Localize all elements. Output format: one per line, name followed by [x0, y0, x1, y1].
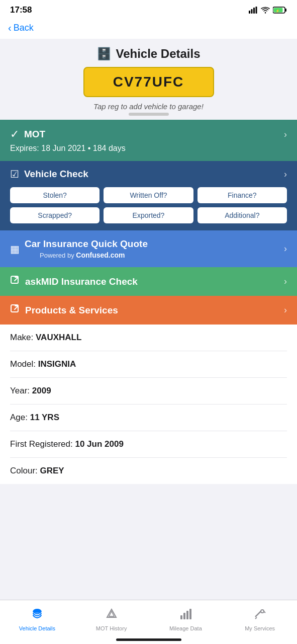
- svg-rect-6: [285, 9, 287, 12]
- detail-row-year: Year: 2009: [10, 378, 287, 405]
- signal-icon: [249, 7, 258, 14]
- detail-row-age: Age: 11 YRS: [10, 405, 287, 431]
- insurance-title: Car Insurance Quick Quote: [25, 238, 148, 250]
- year-label: Year:: [10, 386, 32, 396]
- vehicle-check-section[interactable]: ☑ Vehicle Check › Stolen? Written Off? F…: [0, 161, 297, 230]
- svg-rect-3: [256, 7, 257, 14]
- status-time: 17:58: [10, 5, 32, 15]
- askmid-section[interactable]: askMID Insurance Check ›: [0, 267, 297, 296]
- detail-row-model: Model: INSIGNIA: [10, 351, 287, 378]
- tab-my-services-icon: [253, 607, 266, 623]
- make-label: Make:: [10, 333, 36, 343]
- svg-rect-15: [189, 609, 191, 619]
- svg-line-19: [255, 617, 257, 619]
- tab-mileage-data[interactable]: Mileage Data: [149, 600, 223, 634]
- svg-rect-1: [251, 9, 253, 14]
- mot-expires: Expires: 18 Jun 2021 • 184 days: [10, 144, 287, 153]
- svg-rect-13: [183, 613, 185, 619]
- svg-rect-12: [180, 615, 182, 619]
- tab-mileage-data-label: Mileage Data: [169, 625, 202, 631]
- svg-rect-0: [249, 11, 250, 14]
- askmid-icon: [10, 275, 20, 288]
- svg-text:⚡: ⚡: [275, 9, 280, 13]
- insurance-section[interactable]: ▦ Car Insurance Quick Quote Powered by C…: [0, 230, 297, 267]
- products-section[interactable]: Products & Services ›: [0, 296, 297, 325]
- finance-button[interactable]: Finance?: [197, 187, 287, 203]
- model-value: INSIGNIA: [38, 359, 76, 369]
- tab-vehicle-details-label: Vehicle Details: [19, 625, 55, 631]
- svg-point-16: [261, 610, 264, 613]
- page-title-text: Vehicle Details: [116, 47, 200, 61]
- tab-my-services-label: My Services: [245, 625, 275, 631]
- age-label: Age:: [10, 413, 30, 423]
- first-registered-label: First Registered:: [10, 439, 75, 449]
- wifi-icon: [261, 7, 270, 14]
- tab-mot-history-label: MOT History: [96, 625, 127, 631]
- vehicle-details-section: Make: VAUXHALL Model: INSIGNIA Year: 200…: [0, 325, 297, 484]
- main-content: 17:58 ⚡ ‹: [0, 0, 297, 528]
- colour-value: GREY: [40, 466, 64, 476]
- home-indicator: [116, 638, 181, 641]
- askmid-chevron-icon: ›: [284, 276, 287, 287]
- make-value: VAUXHALL: [36, 333, 81, 343]
- battery-icon: ⚡: [273, 7, 287, 14]
- svg-point-4: [265, 12, 266, 13]
- colour-label: Colour:: [10, 466, 40, 476]
- reg-hint: Tap reg to add vehicle to garage!: [8, 102, 289, 111]
- insurance-icon: ▦: [10, 243, 20, 255]
- stolen-button[interactable]: Stolen?: [10, 187, 100, 203]
- mot-check-icon: ✓: [10, 128, 19, 141]
- products-chevron-icon: ›: [284, 305, 287, 315]
- svg-line-18: [255, 611, 261, 617]
- first-registered-value: 10 Jun 2009: [75, 439, 123, 449]
- back-label: Back: [14, 23, 34, 33]
- insurance-chevron-icon: ›: [284, 244, 287, 254]
- model-label: Model:: [10, 359, 38, 369]
- header-section: 🗄️ Vehicle Details CV77UFC Tap reg to ad…: [0, 39, 297, 120]
- vehicle-check-chevron-icon: ›: [284, 169, 287, 180]
- tab-mot-history[interactable]: MOT History: [74, 600, 149, 634]
- tab-mileage-data-icon: [179, 607, 192, 623]
- scrapped-button[interactable]: Scrapped?: [10, 207, 100, 223]
- vehicle-check-icon: ☑: [10, 168, 19, 180]
- mot-title: MOT: [24, 129, 45, 140]
- tab-bar: Vehicle Details MOT History Mileage Data: [0, 600, 297, 644]
- tab-my-services[interactable]: My Services: [223, 600, 297, 634]
- nav-bar: ‹ Back: [0, 18, 297, 39]
- additional-button[interactable]: Additional?: [197, 207, 287, 223]
- mot-chevron-icon: ›: [284, 129, 287, 140]
- reg-plate[interactable]: CV77UFC: [83, 67, 214, 97]
- age-value: 11 YRS: [30, 413, 59, 423]
- tab-vehicle-details-icon: [31, 607, 44, 623]
- products-icon: [10, 304, 20, 316]
- written-off-button[interactable]: Written Off?: [104, 187, 193, 203]
- svg-rect-14: [186, 611, 188, 619]
- detail-row-colour: Colour: GREY: [10, 458, 287, 484]
- page-title: 🗄️ Vehicle Details: [8, 47, 289, 61]
- insurance-powered: Powered by Confused.com: [25, 251, 148, 259]
- status-bar: 17:58 ⚡: [0, 0, 297, 18]
- svg-line-17: [264, 611, 265, 613]
- status-icons: ⚡: [249, 7, 287, 14]
- scroll-indicator: [129, 113, 169, 116]
- back-button[interactable]: ‹ Back: [8, 22, 34, 34]
- back-chevron-icon: ‹: [8, 22, 12, 34]
- database-icon: 🗄️: [96, 47, 112, 61]
- exported-button[interactable]: Exported?: [104, 207, 193, 223]
- svg-rect-2: [253, 8, 255, 14]
- detail-row-first-registered: First Registered: 10 Jun 2009: [10, 431, 287, 458]
- mot-section[interactable]: ✓ MOT › Expires: 18 Jun 2021 • 184 days: [0, 120, 297, 161]
- tab-vehicle-details[interactable]: Vehicle Details: [0, 600, 74, 634]
- askmid-title: askMID Insurance Check: [25, 276, 138, 287]
- vehicle-check-grid: Stolen? Written Off? Finance? Scrapped? …: [10, 187, 287, 223]
- detail-row-make: Make: VAUXHALL: [10, 325, 287, 351]
- powered-by-text: Powered by: [40, 252, 74, 259]
- year-value: 2009: [32, 386, 51, 396]
- tab-mot-history-icon: [105, 607, 118, 623]
- products-title: Products & Services: [25, 305, 118, 316]
- confused-logo: Confused.com: [76, 251, 125, 259]
- vehicle-check-title: Vehicle Check: [24, 169, 88, 180]
